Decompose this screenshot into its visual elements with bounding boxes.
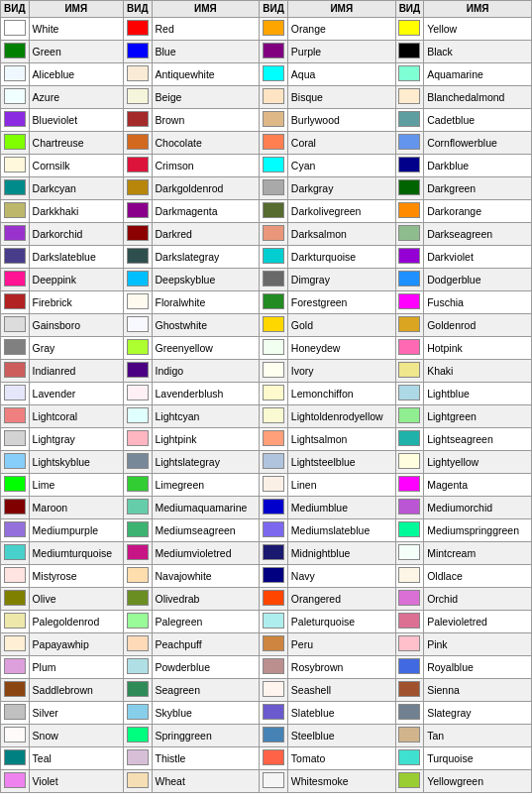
color-swatch-col4-row3 [395,63,424,86]
color-box [4,635,26,651]
color-box [263,430,284,446]
color-name-col3-row4: Bisque [287,86,395,109]
color-box [398,727,420,743]
color-box [263,202,284,218]
color-name-col3-row23: Mediumslateblue [287,519,395,542]
color-swatch-col2-row17 [123,383,152,405]
color-name-col1-row5: Blueviolet [29,109,123,132]
color-box [398,202,420,218]
color-name-col4-row34: Yellowgreen [424,770,532,793]
color-box [263,772,284,788]
color-box [127,43,149,58]
color-swatch-col4-row25 [395,565,424,588]
color-name-col3-row13: Forestgreen [287,291,395,314]
color-name-col3-row28: Peru [287,633,395,656]
color-swatch-col3-row13 [260,291,288,314]
color-box [398,430,420,446]
color-name-col2-row20: Lightslategray [152,451,260,474]
color-swatch-col4-row5 [395,109,424,132]
color-swatch-col1-row15 [1,337,30,360]
color-name-col4-row7: Darkblue [424,155,532,177]
color-name-col4-row27: Palevioletred [424,611,532,633]
color-box [127,499,149,514]
color-box [263,43,284,58]
color-name-col3-row20: Lightsteelblue [287,451,395,474]
color-box [4,430,26,446]
table-row: DarkorchidDarkredDarksalmonDarkseagreen [1,223,532,246]
color-name-col2-row26: Olivedrab [152,588,260,611]
color-box [398,704,420,720]
color-swatch-col3-row15 [260,337,288,360]
color-table: ВИД ИМЯ ВИД ИМЯ ВИД ИМЯ ВИД ИМЯ WhiteRed… [0,0,532,793]
color-name-col1-row29: Plum [29,656,123,679]
color-swatch-col1-row8 [1,177,30,200]
color-swatch-col1-row11 [1,246,30,269]
table-row: LightgrayLightpinkLightsalmonLightseagre… [1,428,532,451]
color-swatch-col2-row32 [123,725,152,747]
color-box [127,134,149,150]
color-box [127,704,149,720]
color-name-col3-row2: Purple [287,41,395,63]
color-swatch-col4-row24 [395,542,424,565]
color-swatch-col3-row21 [260,474,288,497]
color-box [4,20,26,36]
color-box [398,316,420,332]
color-name-col2-row27: Palegreen [152,611,260,633]
color-name-col2-row2: Blue [152,41,260,63]
color-name-col4-row10: Darkseagreen [424,223,532,246]
color-swatch-col1-row17 [1,383,30,405]
color-swatch-col2-row31 [123,702,152,725]
color-box [263,20,284,36]
color-box [398,65,420,81]
color-box [263,521,284,537]
color-box [4,271,26,286]
color-box [398,111,420,127]
color-name-col1-row14: Gainsboro [29,314,123,337]
color-swatch-col2-row1 [123,18,152,41]
color-swatch-col4-row14 [395,314,424,337]
color-swatch-col1-row19 [1,428,30,451]
color-swatch-col4-row32 [395,725,424,747]
color-name-col4-row1: Yellow [424,18,532,41]
color-swatch-col1-row31 [1,702,30,725]
color-box [127,202,149,218]
color-swatch-col4-row17 [395,383,424,405]
color-swatch-col3-row24 [260,542,288,565]
color-name-col2-row8: Darkgoldenrod [152,177,260,200]
color-swatch-col2-row24 [123,542,152,565]
color-box [398,271,420,286]
color-box [4,88,26,104]
color-swatch-col4-row23 [395,519,424,542]
color-swatch-col2-row10 [123,223,152,246]
color-name-col4-row25: Oldlace [424,565,532,588]
color-box [263,453,284,469]
color-box [398,613,420,629]
color-swatch-col4-row18 [395,405,424,428]
color-swatch-col3-row32 [260,725,288,747]
color-name-col4-row30: Sienna [424,679,532,702]
color-swatch-col3-row16 [260,360,288,383]
color-name-col2-row11: Darkslategray [152,246,260,269]
color-box [263,385,284,400]
color-box [127,521,149,537]
color-swatch-col2-row26 [123,588,152,611]
color-name-col4-row19: Lightseagreen [424,428,532,451]
color-box [398,134,420,150]
color-swatch-col3-row22 [260,497,288,519]
color-name-col1-row17: Lavender [29,383,123,405]
color-box [4,316,26,332]
color-name-col2-row5: Brown [152,109,260,132]
table-row: GrayGreenyellowHoneydewHotpink [1,337,532,360]
color-swatch-col3-row30 [260,679,288,702]
color-swatch-col1-row20 [1,451,30,474]
color-box [263,362,284,378]
color-name-col2-row4: Beige [152,86,260,109]
color-name-col1-row30: Saddlebrown [29,679,123,702]
color-name-col3-row33: Tomato [287,747,395,770]
color-box [4,385,26,400]
table-row: IndianredIndigoIvoryKhaki [1,360,532,383]
color-name-col3-row24: Midnightblue [287,542,395,565]
table-row: DarkslateblueDarkslategrayDarkturquoiseD… [1,246,532,269]
color-swatch-col3-row19 [260,428,288,451]
color-name-col2-row1: Red [152,18,260,41]
